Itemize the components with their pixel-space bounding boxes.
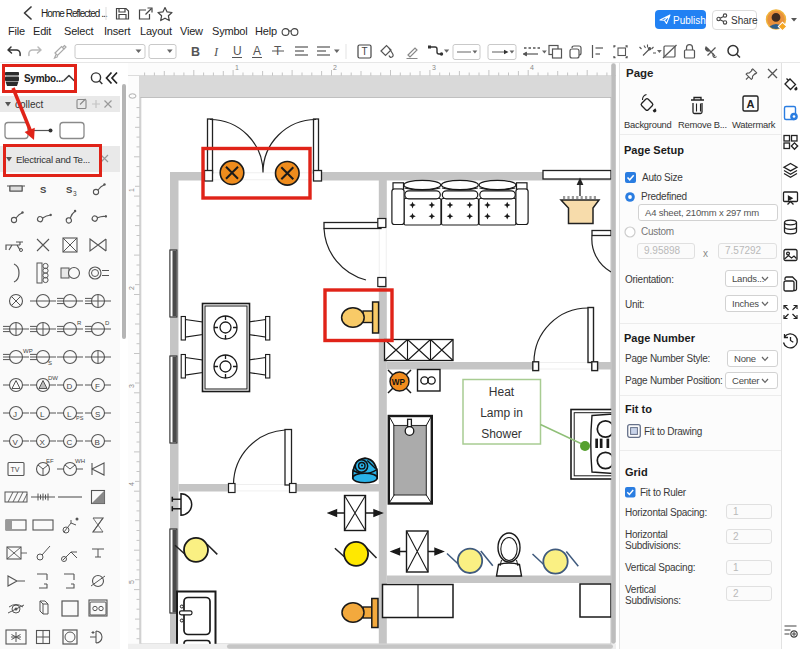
svg-text:C: C <box>67 438 73 447</box>
svg-text:A: A <box>253 44 261 58</box>
svg-text:2: 2 <box>333 64 337 71</box>
svg-text:T: T <box>362 46 368 57</box>
svg-text:3: 3 <box>128 384 135 388</box>
svg-text:L: L <box>40 410 45 419</box>
svg-text:1: 1 <box>235 64 239 71</box>
svg-text:WH: WH <box>75 458 85 464</box>
svg-text:PS: PS <box>76 415 84 421</box>
svg-text:U: U <box>233 44 242 58</box>
svg-text:5: 5 <box>128 580 135 584</box>
svg-text:Home Reflected ...: Home Reflected ... <box>41 8 107 19</box>
svg-text:Shower: Shower <box>481 427 522 441</box>
svg-text:Background: Background <box>624 119 672 130</box>
svg-text:X: X <box>40 438 46 447</box>
svg-text:S: S <box>66 184 72 195</box>
svg-text:B: B <box>191 45 200 59</box>
svg-text:4: 4 <box>128 482 135 486</box>
svg-text:DW: DW <box>48 375 58 381</box>
svg-text:WP: WP <box>392 378 406 387</box>
svg-text:F: F <box>95 382 100 391</box>
svg-text:Watermark: Watermark <box>732 119 776 130</box>
svg-text:EF: EF <box>46 458 54 464</box>
svg-text:WP: WP <box>23 348 33 354</box>
svg-text:D: D <box>105 320 110 326</box>
svg-text:I: I <box>213 45 219 59</box>
svg-text:J: J <box>13 410 17 419</box>
svg-text:R: R <box>77 320 82 326</box>
svg-text:V: V <box>13 438 19 447</box>
svg-text:D: D <box>67 382 73 391</box>
svg-text:Remove B...: Remove B... <box>678 119 727 130</box>
svg-text:TV: TV <box>11 466 20 473</box>
svg-text:L: L <box>67 410 72 419</box>
svg-text:3: 3 <box>432 64 436 71</box>
svg-text:A: A <box>747 98 755 110</box>
svg-text:1: 1 <box>128 188 135 192</box>
svg-text:Lamp in: Lamp in <box>480 406 523 420</box>
svg-text:S: S <box>95 410 100 419</box>
svg-text:4: 4 <box>530 64 534 71</box>
svg-text:2: 2 <box>128 286 135 290</box>
svg-text:3: 3 <box>73 190 77 197</box>
svg-text:S: S <box>48 360 52 366</box>
svg-text:B: B <box>95 438 100 447</box>
svg-text:S: S <box>40 184 46 195</box>
svg-text:Heat: Heat <box>489 385 515 399</box>
